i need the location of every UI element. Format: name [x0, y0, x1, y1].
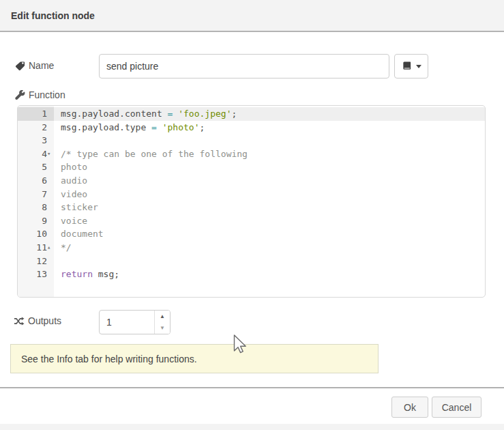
code-text: photo [54, 160, 485, 174]
outputs-spinner: ▲ ▼ [99, 310, 171, 334]
function-label-text: Function [29, 89, 65, 100]
code-line-2[interactable]: 2msg.payload.type = 'photo'; [18, 121, 485, 134]
outputs-input[interactable] [100, 311, 154, 334]
fold-close-icon[interactable]: ▴ [47, 241, 54, 255]
code-line-4[interactable]: 4▾/* type can be one of the following [18, 147, 485, 161]
edit-function-node-dialog: Edit function node Name Function 1msg.pa… [0, 0, 504, 430]
dialog-bottom-strip [0, 424, 504, 430]
code-text: msg.payload.type = 'photo'; [54, 121, 485, 134]
dialog-title: Edit function node [11, 10, 95, 21]
name-label-text: Name [29, 60, 54, 71]
line-number: 2 [18, 121, 54, 134]
name-input[interactable] [99, 54, 389, 78]
line-number: 10 [18, 227, 54, 241]
code-text: */ [54, 241, 485, 255]
code-line-8[interactable]: 8sticker [18, 201, 485, 214]
info-tip: See the Info tab for help writing functi… [10, 344, 379, 373]
footer-divider [0, 387, 504, 388]
code-text: voice [54, 214, 485, 228]
spinner-up-button[interactable]: ▲ [155, 311, 170, 322]
caret-down-icon [416, 65, 421, 68]
code-text: /* type can be one of the following [54, 147, 485, 161]
line-number: 4▾ [18, 147, 54, 161]
outputs-label: Outputs [14, 315, 61, 326]
line-number: 13 [18, 268, 54, 281]
dialog-header: Edit function node [0, 0, 504, 32]
code-text: msg.payload.content = 'foo.jpeg'; [54, 107, 485, 121]
cancel-button[interactable]: Cancel [432, 397, 481, 418]
outputs-label-text: Outputs [28, 315, 61, 326]
function-code-editor[interactable]: 1msg.payload.content = 'foo.jpeg';2msg.p… [17, 105, 486, 298]
line-number: 3 [18, 134, 54, 147]
spinner-buttons: ▲ ▼ [154, 311, 170, 334]
fold-open-icon[interactable]: ▾ [47, 147, 54, 161]
code-text: video [54, 188, 485, 201]
code-text: sticker [54, 201, 485, 214]
wrench-icon [15, 90, 25, 100]
line-number: 6 [18, 174, 54, 188]
code-line-6[interactable]: 6audio [18, 174, 485, 188]
book-icon [402, 61, 412, 72]
code-text [54, 134, 485, 147]
code-line-1[interactable]: 1msg.payload.content = 'foo.jpeg'; [18, 107, 485, 121]
code-line-13[interactable]: 13return msg; [18, 268, 485, 281]
line-number: 12 [18, 255, 54, 268]
code-line-3[interactable]: 3 [18, 134, 485, 147]
name-label: Name [15, 60, 54, 71]
code-text: audio [54, 174, 485, 188]
info-tip-text: See the Info tab for help writing functi… [21, 354, 197, 364]
code-line-11[interactable]: 11▴*/ [18, 241, 485, 255]
shuffle-icon [14, 316, 25, 326]
tag-icon [15, 61, 25, 71]
code-line-10[interactable]: 10document [18, 227, 485, 241]
function-label: Function [15, 89, 65, 100]
code-line-5[interactable]: 5photo [18, 160, 485, 174]
code-text: return msg; [54, 268, 485, 281]
code-line-12[interactable]: 12 [18, 255, 485, 268]
line-number: 7 [18, 188, 54, 201]
spinner-down-button[interactable]: ▼ [155, 322, 170, 334]
line-number: 11▴ [18, 241, 54, 255]
code-line-7[interactable]: 7video [18, 188, 485, 201]
library-button[interactable] [394, 54, 428, 78]
code-line-9[interactable]: 9voice [18, 214, 485, 228]
code-text: document [54, 227, 485, 241]
ok-button[interactable]: Ok [391, 397, 428, 418]
line-number: 5 [18, 160, 54, 174]
line-number: 9 [18, 214, 54, 228]
line-number: 1 [18, 107, 54, 121]
line-number: 8 [18, 201, 54, 214]
code-text [54, 255, 485, 268]
